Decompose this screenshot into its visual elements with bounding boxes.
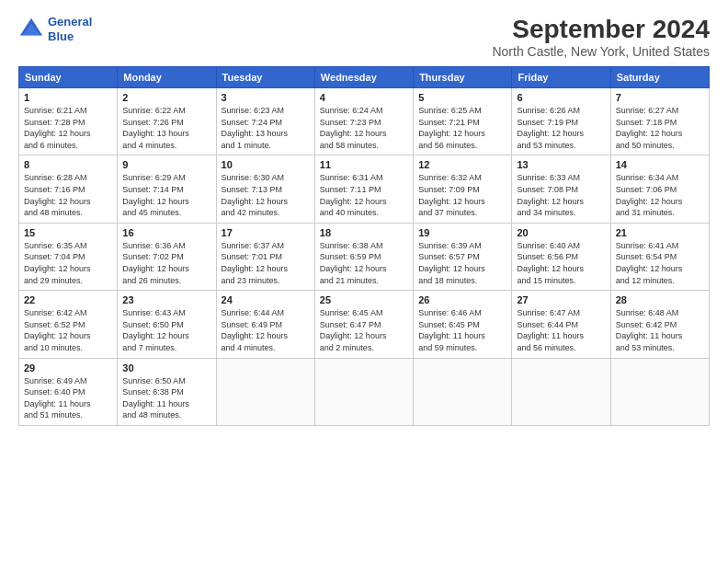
calendar-cell: 20Sunrise: 6:40 AM Sunset: 6:56 PM Dayli…: [512, 223, 610, 290]
day-info: Sunrise: 6:38 AM Sunset: 6:59 PM Dayligh…: [320, 240, 408, 286]
calendar-title: September 2024: [492, 15, 710, 44]
calendar-cell: 1Sunrise: 6:21 AM Sunset: 7:28 PM Daylig…: [19, 88, 118, 155]
calendar-cell: 18Sunrise: 6:38 AM Sunset: 6:59 PM Dayli…: [314, 223, 413, 290]
calendar-cell: 27Sunrise: 6:47 AM Sunset: 6:44 PM Dayli…: [512, 291, 610, 358]
calendar-cell: 10Sunrise: 6:30 AM Sunset: 7:13 PM Dayli…: [216, 155, 314, 223]
day-info: Sunrise: 6:28 AM Sunset: 7:16 PM Dayligh…: [24, 172, 112, 218]
column-header-tuesday: Tuesday: [216, 67, 314, 88]
day-number: 22: [24, 294, 112, 305]
day-info: Sunrise: 6:36 AM Sunset: 7:02 PM Dayligh…: [122, 240, 210, 286]
header: General Blue September 2024 North Castle…: [18, 15, 710, 59]
column-header-wednesday: Wednesday: [314, 67, 413, 88]
day-number: 29: [24, 362, 112, 373]
day-number: 13: [517, 159, 605, 170]
day-info: Sunrise: 6:23 AM Sunset: 7:24 PM Dayligh…: [222, 105, 310, 151]
day-number: 12: [418, 159, 506, 170]
day-number: 15: [24, 227, 112, 238]
day-number: 28: [616, 294, 704, 305]
day-number: 25: [320, 294, 408, 305]
calendar-cell: 13Sunrise: 6:33 AM Sunset: 7:08 PM Dayli…: [512, 155, 610, 223]
calendar-cell: 4Sunrise: 6:24 AM Sunset: 7:23 PM Daylig…: [314, 88, 413, 155]
calendar-header-row: SundayMondayTuesdayWednesdayThursdayFrid…: [19, 67, 710, 88]
day-number: 26: [418, 294, 506, 305]
logo: General Blue: [18, 15, 92, 43]
column-header-saturday: Saturday: [610, 67, 709, 88]
day-number: 21: [616, 227, 704, 238]
day-info: Sunrise: 6:33 AM Sunset: 7:08 PM Dayligh…: [517, 172, 605, 218]
day-number: 14: [616, 159, 704, 170]
day-info: Sunrise: 6:21 AM Sunset: 7:28 PM Dayligh…: [24, 105, 112, 151]
day-number: 6: [517, 92, 605, 103]
calendar-cell: 26Sunrise: 6:46 AM Sunset: 6:45 PM Dayli…: [414, 291, 512, 358]
calendar-cell: 16Sunrise: 6:36 AM Sunset: 7:02 PM Dayli…: [118, 223, 216, 290]
calendar-week-5: 29Sunrise: 6:49 AM Sunset: 6:40 PM Dayli…: [19, 358, 710, 425]
calendar-cell: [512, 358, 610, 425]
day-number: 1: [24, 92, 112, 103]
logo-icon: [18, 17, 44, 42]
day-info: Sunrise: 6:37 AM Sunset: 7:01 PM Dayligh…: [222, 240, 310, 286]
day-info: Sunrise: 6:45 AM Sunset: 6:47 PM Dayligh…: [320, 307, 408, 353]
calendar-cell: 22Sunrise: 6:42 AM Sunset: 6:52 PM Dayli…: [19, 291, 118, 358]
day-info: Sunrise: 6:27 AM Sunset: 7:18 PM Dayligh…: [616, 105, 704, 151]
day-info: Sunrise: 6:35 AM Sunset: 7:04 PM Dayligh…: [24, 240, 112, 286]
day-number: 11: [320, 159, 408, 170]
calendar-week-4: 22Sunrise: 6:42 AM Sunset: 6:52 PM Dayli…: [19, 291, 710, 358]
calendar-cell: 14Sunrise: 6:34 AM Sunset: 7:06 PM Dayli…: [610, 155, 709, 223]
calendar-table: SundayMondayTuesdayWednesdayThursdayFrid…: [18, 66, 710, 426]
calendar-week-1: 1Sunrise: 6:21 AM Sunset: 7:28 PM Daylig…: [19, 88, 710, 155]
day-info: Sunrise: 6:47 AM Sunset: 6:44 PM Dayligh…: [517, 307, 605, 353]
day-number: 19: [418, 227, 506, 238]
day-info: Sunrise: 6:43 AM Sunset: 6:50 PM Dayligh…: [122, 307, 210, 353]
day-number: 4: [320, 92, 408, 103]
day-info: Sunrise: 6:40 AM Sunset: 6:56 PM Dayligh…: [517, 240, 605, 286]
day-info: Sunrise: 6:39 AM Sunset: 6:57 PM Dayligh…: [418, 240, 506, 286]
day-number: 18: [320, 227, 408, 238]
day-number: 20: [517, 227, 605, 238]
day-number: 8: [24, 159, 112, 170]
calendar-cell: 17Sunrise: 6:37 AM Sunset: 7:01 PM Dayli…: [216, 223, 314, 290]
calendar-cell: 9Sunrise: 6:29 AM Sunset: 7:14 PM Daylig…: [118, 155, 216, 223]
calendar-cell: [414, 358, 512, 425]
day-number: 30: [122, 362, 210, 373]
calendar-week-2: 8Sunrise: 6:28 AM Sunset: 7:16 PM Daylig…: [19, 155, 710, 223]
logo-text: General Blue: [48, 15, 92, 43]
day-info: Sunrise: 6:31 AM Sunset: 7:11 PM Dayligh…: [320, 172, 408, 218]
day-info: Sunrise: 6:44 AM Sunset: 6:49 PM Dayligh…: [222, 307, 310, 353]
calendar-cell: 28Sunrise: 6:48 AM Sunset: 6:42 PM Dayli…: [610, 291, 709, 358]
day-number: 24: [222, 294, 310, 305]
day-info: Sunrise: 6:48 AM Sunset: 6:42 PM Dayligh…: [616, 307, 704, 353]
day-info: Sunrise: 6:46 AM Sunset: 6:45 PM Dayligh…: [418, 307, 506, 353]
calendar-cell: [216, 358, 314, 425]
day-info: Sunrise: 6:25 AM Sunset: 7:21 PM Dayligh…: [418, 105, 506, 151]
day-number: 7: [616, 92, 704, 103]
calendar-cell: 3Sunrise: 6:23 AM Sunset: 7:24 PM Daylig…: [216, 88, 314, 155]
day-info: Sunrise: 6:26 AM Sunset: 7:19 PM Dayligh…: [517, 105, 605, 151]
day-info: Sunrise: 6:22 AM Sunset: 7:26 PM Dayligh…: [122, 105, 210, 151]
column-header-monday: Monday: [118, 67, 216, 88]
column-header-thursday: Thursday: [414, 67, 512, 88]
title-block: September 2024 North Castle, New York, U…: [492, 15, 710, 59]
calendar-cell: 5Sunrise: 6:25 AM Sunset: 7:21 PM Daylig…: [414, 88, 512, 155]
page: General Blue September 2024 North Castle…: [0, 0, 728, 563]
day-info: Sunrise: 6:50 AM Sunset: 6:38 PM Dayligh…: [122, 375, 210, 421]
calendar-subtitle: North Castle, New York, United States: [492, 44, 710, 59]
day-number: 3: [222, 92, 310, 103]
calendar-cell: 25Sunrise: 6:45 AM Sunset: 6:47 PM Dayli…: [314, 291, 413, 358]
calendar-cell: 19Sunrise: 6:39 AM Sunset: 6:57 PM Dayli…: [414, 223, 512, 290]
day-info: Sunrise: 6:30 AM Sunset: 7:13 PM Dayligh…: [222, 172, 310, 218]
calendar-cell: 7Sunrise: 6:27 AM Sunset: 7:18 PM Daylig…: [610, 88, 709, 155]
calendar-cell: 24Sunrise: 6:44 AM Sunset: 6:49 PM Dayli…: [216, 291, 314, 358]
calendar-cell: 6Sunrise: 6:26 AM Sunset: 7:19 PM Daylig…: [512, 88, 610, 155]
calendar-cell: 15Sunrise: 6:35 AM Sunset: 7:04 PM Dayli…: [19, 223, 118, 290]
day-number: 16: [122, 227, 210, 238]
day-info: Sunrise: 6:24 AM Sunset: 7:23 PM Dayligh…: [320, 105, 408, 151]
day-number: 27: [517, 294, 605, 305]
calendar-week-3: 15Sunrise: 6:35 AM Sunset: 7:04 PM Dayli…: [19, 223, 710, 290]
day-number: 5: [418, 92, 506, 103]
calendar-cell: 29Sunrise: 6:49 AM Sunset: 6:40 PM Dayli…: [19, 358, 118, 425]
calendar-cell: 11Sunrise: 6:31 AM Sunset: 7:11 PM Dayli…: [314, 155, 413, 223]
calendar-cell: 21Sunrise: 6:41 AM Sunset: 6:54 PM Dayli…: [610, 223, 709, 290]
day-info: Sunrise: 6:42 AM Sunset: 6:52 PM Dayligh…: [24, 307, 112, 353]
day-info: Sunrise: 6:49 AM Sunset: 6:40 PM Dayligh…: [24, 375, 112, 421]
day-number: 10: [222, 159, 310, 170]
